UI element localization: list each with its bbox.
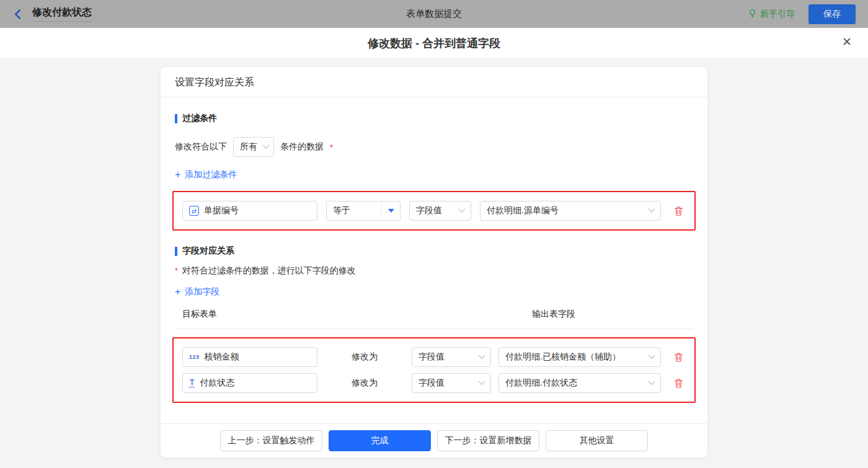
close-icon[interactable]: ✕ [842,36,852,48]
top-toolbar: 修改付款状态 表单数据提交 新手引导 保存 [0,0,868,28]
filter-section-title: 过滤条件 [175,113,693,124]
column-target-form: 目标表单 [182,309,217,320]
filter-intro-row: 修改符合以下 所有 条件的数据 * [175,137,693,157]
mapping-row: 123 核销金额 修改为 字段值 付款明细.已核销金额（辅助） [182,347,686,367]
output-field-select[interactable]: 付款明细.已核销金额（辅助） [498,347,661,367]
chevron-down-icon [262,142,269,149]
plus-icon: + [175,287,180,297]
chevron-down-icon [648,378,655,385]
target-field-select[interactable]: T 付款状态 [182,373,317,393]
chevron-down-icon [478,352,485,359]
section-accent-bar [175,247,177,256]
add-filter-condition-link[interactable]: + 添加过滤条件 [175,169,237,180]
next-step-button[interactable]: 下一步：设置新增数据 [437,430,539,451]
modal-header: 修改数据 - 合并到普通字段 ✕ [0,28,868,59]
modal-body: 设置字段对应关系 过滤条件 修改符合以下 所有 条件的数据 * + 添加过滤条件… [0,67,868,468]
required-asterisk: * [175,267,178,275]
workflow-title[interactable]: 修改付款状态 [32,6,92,22]
required-asterisk: * [330,143,333,152]
caret-down-icon [388,209,394,213]
condition-operator-select[interactable]: 等于 [326,201,401,221]
chevron-down-icon [648,352,655,359]
beginner-guide-link[interactable]: 新手引导 [748,9,795,20]
number-field-icon: 123 [189,354,200,360]
autonumber-field-icon: ⇄ [189,206,199,216]
delete-condition-button[interactable] [672,205,684,217]
condition-value-type-select[interactable]: 字段值 [409,201,471,221]
card-footer: 上一步：设置触发动作 完成 下一步：设置新增数据 其他设置 [161,423,707,457]
field-mapping-card: 设置字段对应关系 过滤条件 修改符合以下 所有 条件的数据 * + 添加过滤条件… [161,67,707,457]
filter-intro-prefix: 修改符合以下 [175,141,227,152]
modal-title: 修改数据 - 合并到普通字段 [368,36,500,51]
filter-intro-suffix: 条件的数据 [280,141,324,152]
beginner-guide-label: 新手引导 [760,9,795,20]
condition-field-select[interactable]: ⇄ 单据编号 [182,201,317,221]
card-title: 设置字段对应关系 [161,67,707,97]
done-button[interactable]: 完成 [329,430,431,451]
value-type-select[interactable]: 字段值 [412,347,491,367]
prev-step-button[interactable]: 上一步：设置触发动作 [220,430,322,451]
target-field-select[interactable]: 123 核销金额 [182,347,317,367]
page-title: 表单数据提交 [0,8,868,20]
back-icon[interactable] [12,9,24,20]
save-button[interactable]: 保存 [808,4,856,24]
chevron-down-icon [648,206,655,213]
modify-to-label: 修改为 [317,377,412,389]
filter-condition-highlight-box: ⇄ 单据编号 等于 字段值 付款明细.源单编号 [172,191,696,231]
match-mode-select[interactable]: 所有 [233,137,274,157]
modify-to-label: 修改为 [317,351,412,363]
section-accent-bar [175,114,177,123]
other-settings-button[interactable]: 其他设置 [546,430,648,451]
mapping-description: * 对符合过滤条件的数据，进行以下字段的修改 [175,265,693,276]
value-type-select[interactable]: 字段值 [412,373,491,393]
column-output-field: 输出表字段 [532,309,575,320]
filter-condition-row: ⇄ 单据编号 等于 字段值 付款明细.源单编号 [182,201,686,221]
mapping-section-title: 字段对应关系 [175,245,693,257]
field-mapping-highlight-box: 123 核销金额 修改为 字段值 付款明细.已核销金额（辅助） [172,337,696,403]
mapping-column-headers: 目标表单 输出表字段 [175,309,693,329]
delete-mapping-button[interactable] [672,377,684,389]
output-field-select[interactable]: 付款明细.付款状态 [498,373,661,393]
add-field-link[interactable]: + 添加字段 [175,286,219,298]
delete-mapping-button[interactable] [672,351,684,363]
chevron-down-icon [458,206,465,213]
chevron-down-icon [478,378,485,385]
condition-value-select[interactable]: 付款明细.源单编号 [480,201,661,221]
mapping-row: T 付款状态 修改为 字段值 付款明细.付款状态 [182,373,686,393]
lightbulb-icon [748,9,757,20]
operator-dropdown-button[interactable] [381,201,400,220]
plus-icon: + [175,170,180,180]
text-field-icon: T [189,379,195,387]
